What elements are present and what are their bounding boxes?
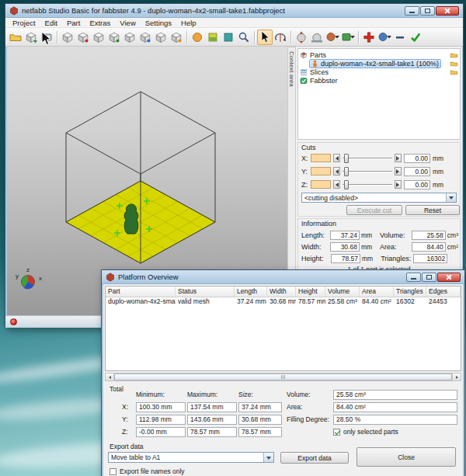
repair-tool-button[interactable]	[190, 30, 205, 45]
slider-thumb[interactable]	[344, 167, 349, 176]
tree-item-slices[interactable]: Slices	[300, 68, 458, 76]
cut-z-slider[interactable]	[343, 180, 392, 189]
rotate-view-button[interactable]	[273, 30, 288, 45]
column-header-area[interactable]: Area	[360, 287, 394, 297]
scroll-left-button[interactable]	[106, 374, 114, 380]
cut-z-input[interactable]	[311, 180, 331, 189]
slider-thumb[interactable]	[344, 154, 349, 163]
part-tool-button-1[interactable]	[60, 30, 75, 45]
dialog-minimize-button[interactable]	[406, 273, 421, 282]
column-header-length[interactable]: Length	[235, 287, 267, 297]
cut-x-slider[interactable]	[343, 154, 392, 163]
column-header-part[interactable]: Part	[106, 287, 176, 297]
part-tool-button-2[interactable]	[75, 30, 91, 45]
part-tool-button-4[interactable]	[106, 30, 122, 45]
dropdown-button[interactable]	[263, 453, 273, 462]
cut-y-right-arrow[interactable]	[395, 167, 402, 175]
cut-x-input[interactable]	[311, 154, 331, 162]
column-header-height[interactable]: Height	[296, 287, 325, 297]
cutting-mode-dropdown[interactable]: <cutting disabled>	[301, 193, 457, 203]
reset-button[interactable]: Reset	[405, 205, 460, 215]
column-header-status[interactable]: Status	[176, 287, 235, 297]
column-header-volume[interactable]: Volume	[325, 287, 360, 297]
cut-z-value[interactable]: 0.00	[404, 180, 430, 189]
maximize-button[interactable]	[420, 6, 435, 16]
machine-menu-button[interactable]	[340, 30, 356, 45]
cut-z-right-arrow[interactable]	[395, 180, 402, 189]
zoom-button[interactable]	[236, 30, 252, 45]
align-part-button[interactable]	[309, 30, 325, 45]
view-options-button[interactable]	[325, 30, 340, 45]
part-tool-button-7[interactable]	[153, 30, 169, 45]
export-file-names-row[interactable]: Export file names only	[110, 467, 185, 475]
menu-part[interactable]: Part	[62, 19, 85, 27]
menu-settings[interactable]: Settings	[141, 19, 176, 27]
cut-y-value[interactable]: 0.00	[404, 167, 430, 176]
scrollbar-thumb[interactable]	[114, 374, 452, 380]
dialog-titlebar[interactable]: Platform Overview	[102, 270, 464, 284]
cut-z-left-arrow[interactable]	[333, 180, 340, 189]
table-row[interactable]: duplo-woman-4x2-small-take1 valid mesh 3…	[106, 297, 461, 307]
validate-button[interactable]	[408, 30, 423, 45]
cut-row-y: Y: 0.00 mm	[301, 166, 458, 176]
part-tool-button-3[interactable]	[91, 30, 106, 45]
paint-tool-button[interactable]	[205, 30, 221, 45]
tree-item-fabbster[interactable]: Fabbster	[300, 76, 458, 85]
tree-item-part[interactable]: duplo-woman-4x2-small-take1 (100%)	[309, 59, 458, 68]
horizontal-scrollbar[interactable]	[105, 373, 461, 381]
part-tool-button-6[interactable]	[137, 30, 153, 45]
scroll-right-button[interactable]	[452, 374, 461, 380]
column-header-width[interactable]: Width	[267, 287, 296, 297]
only-selected-checkbox-row[interactable]: only selected parts	[333, 428, 457, 436]
menu-view[interactable]: View	[115, 19, 140, 27]
close-dialog-button[interactable]: Close	[356, 447, 456, 467]
cell-width: 30.68 mm	[267, 297, 296, 307]
dialog-controls	[406, 273, 461, 282]
only-selected-checkbox[interactable]	[333, 429, 340, 436]
part-model[interactable]	[124, 204, 138, 234]
minimize-button[interactable]	[405, 6, 419, 16]
export-target-dropdown[interactable]: Move table to A1	[108, 452, 274, 463]
cut-x-left-arrow[interactable]	[333, 154, 340, 162]
close-button[interactable]	[436, 6, 459, 16]
dropdown-button[interactable]	[446, 193, 456, 202]
folder-icon[interactable]	[450, 51, 458, 59]
remove-button[interactable]	[392, 30, 408, 45]
material-tool-button[interactable]	[221, 30, 236, 45]
folder-icon[interactable]	[450, 60, 458, 68]
length-label: Length:	[301, 231, 329, 239]
column-header-triangles[interactable]: Triangles	[394, 287, 426, 297]
menu-help[interactable]: Help	[176, 19, 201, 27]
menu-extras[interactable]: Extras	[85, 19, 115, 27]
import-part-button[interactable]	[23, 30, 39, 45]
cut-x-value[interactable]: 0.00	[404, 154, 430, 163]
menu-project[interactable]: Project	[8, 19, 40, 27]
tree-item-parts[interactable]: Parts	[300, 50, 458, 59]
totals-right-grid: Volume: 25.58 cm³ Area: 84.40 cm² Fillin…	[287, 388, 457, 438]
main-titlebar[interactable]: netfabb Studio Basic for fabbster 4.9 - …	[5, 4, 463, 18]
app-icon	[9, 6, 19, 16]
cut-x-right-arrow[interactable]	[395, 154, 402, 162]
select-tool-button[interactable]	[257, 30, 273, 45]
move-part-button[interactable]	[294, 30, 309, 45]
part-tool-button-8[interactable]	[169, 30, 184, 45]
dialog-maximize-button[interactable]	[422, 273, 436, 282]
cut-y-left-arrow[interactable]	[333, 167, 340, 175]
export-data-button[interactable]: Export data	[280, 452, 349, 464]
execute-cut-button[interactable]: Execute cut	[346, 205, 402, 215]
open-project-button[interactable]	[8, 30, 23, 45]
record-indicator-icon[interactable]	[10, 318, 17, 325]
slider-thumb[interactable]	[344, 180, 349, 189]
column-header-edges[interactable]: Edges	[426, 287, 461, 297]
cut-y-slider[interactable]	[343, 167, 392, 176]
cut-y-input[interactable]	[311, 167, 331, 175]
cut-x-label: X:	[301, 155, 308, 162]
x-min-field: 100.30 mm	[136, 402, 186, 412]
folder-icon[interactable]	[450, 68, 458, 76]
menu-edit[interactable]: Edit	[40, 19, 62, 27]
part-tool-button-5[interactable]	[122, 30, 137, 45]
analyze-button[interactable]	[377, 30, 392, 45]
dialog-close-button[interactable]	[437, 273, 461, 282]
export-file-names-checkbox[interactable]	[110, 468, 116, 475]
repair-part-button[interactable]	[361, 30, 377, 45]
